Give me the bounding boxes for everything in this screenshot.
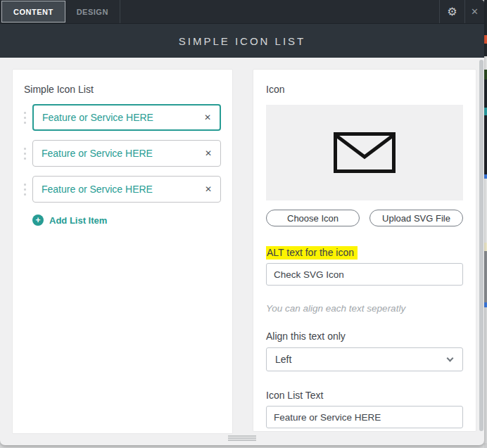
align-select[interactable]: Left	[266, 347, 463, 371]
align-hint-text: You can align each text seperatly	[266, 303, 463, 314]
list-panel-title: Simple Icon List	[24, 84, 221, 95]
drag-handle-icon[interactable]	[24, 148, 31, 160]
widget-settings-dialog: CONTENT DESIGN ⚙ ✕ SIMPLE ICON LIST Simp…	[0, 0, 484, 445]
align-label: Align this text only	[266, 331, 463, 342]
dialog-header: SIMPLE ICON LIST	[0, 23, 484, 58]
settings-gear-button[interactable]: ⚙	[439, 0, 464, 23]
list-items: ✕ ✕ ✕	[24, 104, 221, 203]
topbar-spacer	[120, 0, 439, 23]
list-item-input[interactable]	[42, 148, 199, 159]
resize-grip[interactable]	[228, 435, 256, 441]
remove-item-icon[interactable]: ✕	[205, 149, 212, 158]
page-behind-edge	[484, 0, 487, 448]
drag-handle-icon[interactable]	[24, 112, 31, 124]
topbar: CONTENT DESIGN ⚙ ✕	[0, 0, 484, 23]
icon-buttons-row: Choose Icon Upload SVG File	[266, 210, 463, 226]
icon-label: Icon	[266, 84, 463, 95]
highlight-mark: ALT text for the icon	[266, 246, 358, 260]
alt-text-input[interactable]	[266, 263, 463, 286]
list-item-field[interactable]: ✕	[32, 140, 221, 167]
scrollbar-thumb[interactable]	[479, 60, 483, 431]
icon-options-panel: Icon Choose Icon Upload SVG File ALT tex…	[253, 70, 476, 431]
add-list-item-button[interactable]: + Add List Item	[32, 215, 221, 226]
upload-svg-button[interactable]: Upload SVG File	[369, 210, 463, 226]
remove-item-icon[interactable]: ✕	[205, 185, 212, 193]
icon-list-panel: Simple Icon List ✕ ✕	[13, 70, 232, 433]
list-item: ✕	[24, 104, 221, 131]
close-dialog-button[interactable]: ✕	[464, 0, 484, 23]
drag-handle-icon[interactable]	[24, 184, 31, 196]
plus-icon: +	[32, 215, 44, 226]
remove-item-icon[interactable]: ✕	[204, 113, 211, 122]
choose-icon-button[interactable]: Choose Icon	[266, 210, 360, 226]
list-item-input[interactable]	[42, 184, 199, 195]
list-item: ✕	[24, 176, 221, 203]
icon-list-text-label: Icon List Text	[266, 390, 463, 401]
close-icon: ✕	[471, 6, 479, 17]
gear-icon: ⚙	[447, 5, 457, 18]
icon-list-text-input[interactable]	[266, 406, 463, 428]
list-item-field[interactable]: ✕	[32, 176, 221, 203]
chevron-down-icon	[447, 354, 454, 361]
add-list-item-label: Add List Item	[49, 215, 107, 226]
list-item-input[interactable]	[42, 112, 198, 123]
envelope-icon	[334, 132, 396, 173]
align-selected-value: Left	[275, 354, 291, 365]
tab-content[interactable]: CONTENT	[1, 1, 65, 23]
icon-preview	[266, 105, 463, 200]
list-item: ✕	[24, 140, 221, 167]
tab-design[interactable]: DESIGN	[65, 0, 120, 23]
alt-text-label: ALT text for the icon	[266, 247, 463, 258]
list-item-field[interactable]: ✕	[32, 104, 221, 131]
dialog-title: SIMPLE ICON LIST	[179, 35, 306, 47]
